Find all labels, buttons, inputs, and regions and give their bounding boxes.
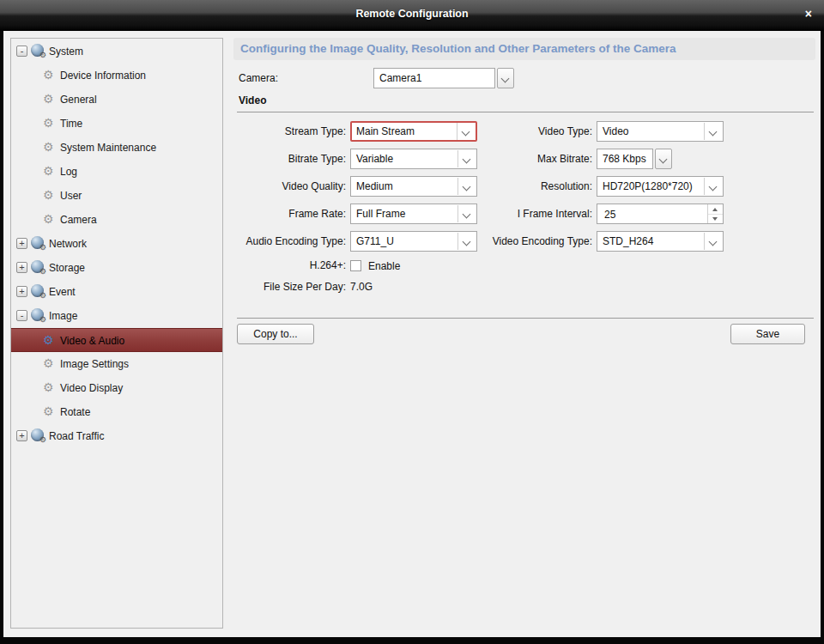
tree-item-label: Time (60, 118, 82, 130)
tree-item-label: Rotate (60, 406, 90, 418)
tree-item-label: Image (49, 310, 77, 322)
bitrate-type-value: Variable (356, 149, 393, 168)
video-encoding-type-select[interactable]: STD_H264 (597, 231, 724, 252)
i-frame-interval-input[interactable] (603, 205, 700, 224)
tree-item-storage[interactable]: + ⚙ Storage (11, 256, 222, 280)
category-globe-icon: ⚙ (31, 260, 44, 273)
gear-icon: ⚙ (43, 212, 54, 226)
max-bitrate-label: Max Bitrate: (455, 149, 592, 169)
dropdown-section[interactable] (704, 123, 723, 140)
camera-select[interactable]: Camera1 (373, 68, 495, 88)
max-bitrate-select[interactable]: 768 Kbps (597, 149, 653, 169)
resolution-value: HD720P(1280*720) (603, 177, 693, 196)
gear-icon: ⚙ (43, 164, 54, 178)
collapse-toggle-icon[interactable]: - (16, 310, 27, 321)
tree-item-video-audio[interactable]: ⚙ Video & Audio (11, 328, 222, 352)
tree-item-user[interactable]: ⚙ User (11, 184, 222, 208)
tree-item-label: Device Information (60, 70, 146, 82)
tree-item-image[interactable]: - ⚙ Image (11, 304, 222, 328)
arrow-down-icon (712, 217, 718, 221)
tree-item-rotate[interactable]: ⚙ Rotate (11, 400, 222, 424)
stepper-buttons (707, 204, 723, 223)
tree-item-video-display[interactable]: ⚙ Video Display (11, 376, 222, 400)
chevron-down-icon (709, 238, 718, 246)
tree-item-label: Log (60, 166, 77, 178)
expand-toggle-icon[interactable]: + (16, 262, 27, 273)
tree-item-label: System Maintenance (60, 142, 156, 154)
tree-item-network[interactable]: + ⚙ Network (11, 232, 222, 256)
stream-type-value: Main Stream (356, 123, 415, 140)
tree-item-image-settings[interactable]: ⚙ Image Settings (11, 352, 222, 376)
close-button[interactable]: × (802, 0, 815, 27)
tree-item-road-traffic[interactable]: + ⚙ Road Traffic (11, 424, 222, 448)
i-frame-interval-stepper[interactable] (597, 204, 724, 224)
gear-icon: ⚙ (43, 116, 54, 130)
tree-item-label: Image Settings (60, 358, 129, 370)
video-type-select[interactable]: Video (597, 121, 724, 142)
gear-icon: ⚙ (43, 356, 54, 370)
expand-toggle-icon[interactable]: + (16, 238, 27, 249)
gear-icon: ⚙ (43, 404, 54, 418)
close-icon: × (805, 7, 812, 21)
resolution-label: Resolution: (455, 176, 592, 197)
audio-encoding-type-value: G711_U (356, 232, 394, 251)
tree-item-system-maintenance[interactable]: ⚙ System Maintenance (11, 136, 222, 160)
tree-item-general[interactable]: ⚙ General (11, 88, 222, 112)
tree-item-log[interactable]: ⚙ Log (11, 160, 222, 184)
category-globe-icon: ⚙ (31, 236, 44, 249)
tree-item-event[interactable]: + ⚙ Event (11, 280, 222, 304)
frame-rate-label: Frame Rate: (230, 204, 346, 224)
video-type-label: Video Type: (455, 121, 592, 142)
tree-item-label: Video Display (60, 382, 123, 394)
minus-icon: - (21, 46, 24, 56)
save-button[interactable]: Save (730, 324, 805, 344)
arrow-up-icon (712, 208, 718, 211)
stepper-down-button[interactable] (708, 214, 723, 223)
remote-configuration-window: Remote Configuration × - ⚙ System ⚙ Devi… (0, 0, 824, 644)
resolution-select[interactable]: HD720P(1280*720) (597, 176, 724, 197)
expand-toggle-icon[interactable]: + (16, 430, 27, 441)
video-type-value: Video (603, 122, 628, 141)
collapse-toggle-icon[interactable]: - (16, 46, 27, 57)
gear-icon: ⚙ (39, 244, 46, 252)
gear-icon: ⚙ (39, 316, 46, 324)
video-encoding-type-value: STD_H264 (603, 232, 653, 251)
plus-icon: + (19, 262, 24, 272)
i-frame-interval-label: I Frame Interval: (455, 204, 592, 224)
gear-icon: ⚙ (39, 52, 46, 59)
plus-icon: + (19, 286, 24, 296)
chevron-down-icon (659, 155, 668, 164)
window-title: Remote Configuration (0, 0, 824, 27)
camera-select-dropdown-button[interactable] (497, 68, 514, 88)
max-bitrate-dropdown-button[interactable] (655, 149, 672, 169)
dropdown-section[interactable] (704, 178, 723, 195)
tree-item-device-information[interactable]: ⚙ Device Information (11, 64, 222, 88)
h264plus-label: H.264+: (230, 255, 346, 276)
max-bitrate-value: 768 Kbps (603, 149, 646, 168)
file-size-per-day-label: File Size Per Day: (230, 276, 346, 297)
tree-item-system[interactable]: - ⚙ System (11, 39, 222, 64)
gear-icon: ⚙ (39, 436, 46, 444)
tree-item-label: System (49, 46, 83, 58)
tree-item-camera[interactable]: ⚙ Camera (11, 208, 222, 232)
gear-icon: ⚙ (39, 268, 46, 276)
dropdown-section[interactable] (704, 233, 723, 250)
expand-toggle-icon[interactable]: + (16, 286, 27, 297)
h264plus-checkbox-label: Enable (368, 260, 400, 272)
category-globe-icon: ⚙ (31, 428, 44, 441)
gear-icon: ⚙ (43, 140, 54, 154)
h264plus-enable-checkbox[interactable] (350, 260, 361, 271)
chevron-down-icon (709, 128, 718, 137)
camera-select-value: Camera1 (379, 69, 421, 88)
copy-to-button[interactable]: Copy to... (237, 324, 314, 344)
plus-icon: + (19, 238, 24, 248)
chevron-down-icon (501, 75, 510, 83)
video-encoding-type-label: Video Encoding Type: (455, 231, 592, 252)
gear-icon: ⚙ (39, 292, 46, 300)
tree-item-label: Road Traffic (49, 430, 104, 442)
plus-icon: + (19, 430, 24, 440)
tree-item-time[interactable]: ⚙ Time (11, 112, 222, 136)
window-titlebar[interactable]: Remote Configuration × (0, 0, 824, 31)
section-divider (237, 112, 814, 112)
main-pane: Configuring the Image Quality, Resolutio… (230, 38, 817, 637)
